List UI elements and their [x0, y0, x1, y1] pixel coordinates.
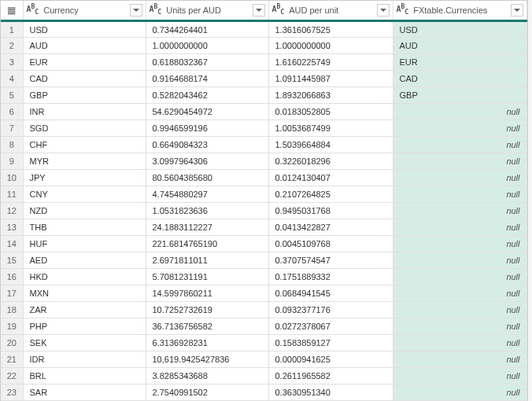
cell-currency[interactable]: AED — [23, 252, 146, 269]
cell-fxtable[interactable]: null — [393, 269, 526, 285]
cell-fxtable[interactable]: CAD — [393, 71, 526, 87]
table-row[interactable]: 1USD0.73442644011.3616067525USD — [1, 21, 526, 38]
cell-units[interactable]: 24.1883112227 — [146, 219, 268, 236]
row-number[interactable]: 7 — [1, 120, 23, 137]
cell-currency[interactable]: PHP — [23, 318, 146, 335]
cell-units[interactable]: 0.6649084323 — [146, 137, 268, 153]
cell-aud[interactable]: 0.0045109768 — [268, 236, 393, 252]
table-row[interactable]: 2AUD1.00000000001.0000000000AUD — [1, 38, 526, 54]
cell-fxtable[interactable]: EUR — [393, 54, 526, 71]
cell-units[interactable]: 36.7136756582 — [146, 318, 268, 335]
table-row[interactable]: 20SEK6.31369282310.1583859127null — [1, 335, 526, 351]
cell-currency[interactable]: USD — [23, 21, 146, 38]
cell-units[interactable]: 54.6290454972 — [146, 104, 268, 120]
filter-button-fxtable[interactable] — [511, 4, 523, 17]
row-number[interactable]: 14 — [1, 236, 23, 252]
cell-aud[interactable]: 0.2611965582 — [268, 368, 393, 384]
column-header-currency[interactable]: ABC Currency — [23, 1, 146, 21]
cell-aud[interactable]: 1.6160225749 — [268, 54, 393, 71]
cell-aud[interactable]: 0.1751889332 — [268, 269, 393, 285]
column-header-fxtable[interactable]: ABC FXtable.Currencies — [393, 1, 526, 21]
table-row[interactable]: 22BRL3.82853436880.2611965582null — [1, 368, 526, 384]
cell-fxtable[interactable]: GBP — [393, 87, 526, 104]
cell-aud[interactable]: 0.0124130407 — [268, 170, 393, 186]
table-row[interactable]: 9MYR3.09979643060.3226018296null — [1, 153, 526, 170]
cell-aud[interactable]: 0.0684941545 — [268, 285, 393, 302]
cell-fxtable[interactable]: null — [393, 186, 526, 203]
cell-currency[interactable]: JPY — [23, 170, 146, 186]
cell-aud[interactable]: 0.0272378067 — [268, 318, 393, 335]
cell-units[interactable]: 0.5282043462 — [146, 87, 268, 104]
cell-currency[interactable]: HUF — [23, 236, 146, 252]
cell-aud[interactable]: 1.5039664884 — [268, 137, 393, 153]
cell-units[interactable]: 2.6971811011 — [146, 252, 268, 269]
cell-aud[interactable]: 0.3707574547 — [268, 252, 393, 269]
row-number[interactable]: 2 — [1, 38, 23, 54]
row-number[interactable]: 15 — [1, 252, 23, 269]
cell-fxtable[interactable]: null — [393, 203, 526, 219]
cell-aud[interactable]: 0.3630951340 — [268, 384, 393, 401]
table-row[interactable]: 10JPY80.56043856800.0124130407null — [1, 170, 526, 186]
cell-fxtable[interactable]: null — [393, 219, 526, 236]
cell-units[interactable]: 1.0531823636 — [146, 203, 268, 219]
row-number[interactable]: 18 — [1, 302, 23, 318]
cell-fxtable[interactable]: null — [393, 384, 526, 401]
table-row[interactable]: 17MXN14.59978602110.0684941545null — [1, 285, 526, 302]
cell-currency[interactable]: ZAR — [23, 302, 146, 318]
row-number[interactable]: 13 — [1, 219, 23, 236]
cell-units[interactable]: 0.9164688174 — [146, 71, 268, 87]
cell-currency[interactable]: CHF — [23, 137, 146, 153]
row-number[interactable]: 17 — [1, 285, 23, 302]
cell-units[interactable]: 4.7454880297 — [146, 186, 268, 203]
table-row[interactable]: 8CHF0.66490843231.5039664884null — [1, 137, 526, 153]
cell-aud[interactable]: 1.3616067525 — [268, 21, 393, 38]
filter-button-aud[interactable] — [377, 4, 390, 17]
cell-currency[interactable]: AUD — [23, 38, 146, 54]
cell-aud[interactable]: 0.9495031768 — [268, 203, 393, 219]
cell-fxtable[interactable]: null — [393, 153, 526, 170]
cell-units[interactable]: 3.8285343688 — [146, 368, 268, 384]
column-header-rownum[interactable]: ▦ — [1, 1, 23, 21]
table-row[interactable]: 4CAD0.91646881741.0911445987CAD — [1, 71, 526, 87]
cell-currency[interactable]: SEK — [23, 335, 146, 351]
cell-currency[interactable]: THB — [23, 219, 146, 236]
table-row[interactable]: 3EUR0.61880323671.6160225749EUR — [1, 54, 526, 71]
cell-aud[interactable]: 1.8932066863 — [268, 87, 393, 104]
cell-aud[interactable]: 0.0413422827 — [268, 219, 393, 236]
row-number[interactable]: 5 — [1, 87, 23, 104]
cell-fxtable[interactable]: AUD — [393, 38, 526, 54]
cell-aud[interactable]: 0.0183052805 — [268, 104, 393, 120]
row-number[interactable]: 1 — [1, 21, 23, 38]
column-header-units[interactable]: ABC Units per AUD — [146, 1, 268, 21]
cell-units[interactable]: 0.7344264401 — [146, 21, 268, 38]
cell-aud[interactable]: 0.1583859127 — [268, 335, 393, 351]
cell-units[interactable]: 1.0000000000 — [146, 38, 268, 54]
table-row[interactable]: 16HKD5.70812311910.1751889332null — [1, 269, 526, 285]
cell-currency[interactable]: IDR — [23, 351, 146, 368]
cell-fxtable[interactable]: null — [393, 368, 526, 384]
table-row[interactable]: 15AED2.69718110110.3707574547null — [1, 252, 526, 269]
cell-fxtable[interactable]: null — [393, 120, 526, 137]
row-number[interactable]: 3 — [1, 54, 23, 71]
table-row[interactable]: 19PHP36.71367565820.0272378067null — [1, 318, 526, 335]
cell-units[interactable]: 10.7252732619 — [146, 302, 268, 318]
cell-currency[interactable]: BRL — [23, 368, 146, 384]
cell-fxtable[interactable]: null — [393, 170, 526, 186]
cell-currency[interactable]: NZD — [23, 203, 146, 219]
table-row[interactable]: 12NZD1.05318236360.9495031768null — [1, 203, 526, 219]
cell-aud[interactable]: 0.0000941625 — [268, 351, 393, 368]
cell-units[interactable]: 2.7540991502 — [146, 384, 268, 401]
cell-fxtable[interactable]: null — [393, 335, 526, 351]
table-row[interactable]: 23SAR2.75409915020.3630951340null — [1, 384, 526, 401]
cell-aud[interactable]: 0.0932377176 — [268, 302, 393, 318]
row-number[interactable]: 23 — [1, 384, 23, 401]
table-row[interactable]: 5GBP0.52820434621.8932066863GBP — [1, 87, 526, 104]
cell-currency[interactable]: HKD — [23, 269, 146, 285]
cell-fxtable[interactable]: null — [393, 351, 526, 368]
cell-currency[interactable]: MYR — [23, 153, 146, 170]
cell-fxtable[interactable]: null — [393, 302, 526, 318]
row-number[interactable]: 12 — [1, 203, 23, 219]
cell-units[interactable]: 14.5997860211 — [146, 285, 268, 302]
table-row[interactable]: 14HUF221.68147651900.0045109768null — [1, 236, 526, 252]
cell-fxtable[interactable]: null — [393, 137, 526, 153]
